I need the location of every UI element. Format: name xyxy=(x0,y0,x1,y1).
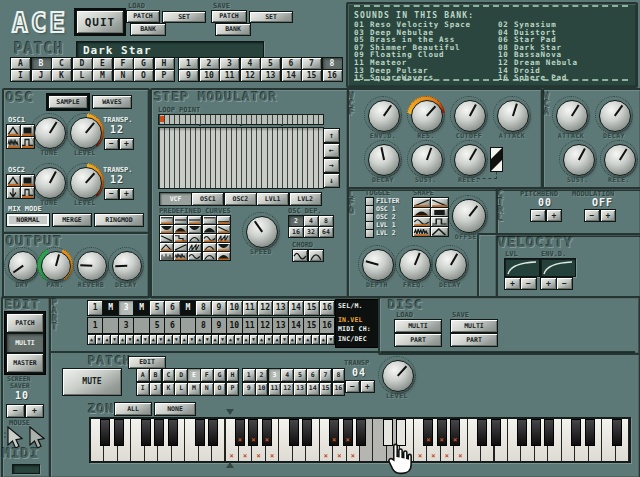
part-select-2-button[interactable]: M xyxy=(102,300,119,316)
black-key-24[interactable]: × xyxy=(423,419,433,446)
release-mode-down-button[interactable] xyxy=(490,159,503,172)
load-bank-button[interactable]: BANK xyxy=(130,23,166,36)
vcf-envd-knob[interactable] xyxy=(368,100,400,132)
bank-letter-A[interactable]: A xyxy=(10,57,31,70)
black-key-5[interactable] xyxy=(168,419,178,446)
part-select-14-button[interactable]: 14 xyxy=(288,300,305,316)
black-key-33[interactable] xyxy=(544,419,554,446)
curve-wave-button[interactable] xyxy=(187,251,202,261)
vca-rele-knob[interactable] xyxy=(604,144,636,176)
black-key-38[interactable] xyxy=(612,419,622,446)
step-grid[interactable] xyxy=(158,127,324,189)
vca-decay-knob[interactable] xyxy=(599,100,631,132)
zone-none-button[interactable]: NONE xyxy=(154,402,196,416)
step-arrow-up-button[interactable]: ↑ xyxy=(323,128,340,143)
part-number-8[interactable]: 8 xyxy=(332,368,346,382)
mix-merge-button[interactable]: MERGE xyxy=(52,213,92,227)
vca-sust-knob[interactable] xyxy=(563,144,595,176)
output-dry-knob[interactable] xyxy=(8,251,38,281)
curve-arch-button[interactable] xyxy=(202,251,217,261)
bank-letter-K[interactable]: K xyxy=(51,69,72,82)
osc2-transp-plus-button[interactable]: + xyxy=(119,188,134,200)
part-letter-A[interactable]: A xyxy=(136,368,150,382)
bank-letter-B[interactable]: B xyxy=(31,57,52,70)
lfo-shape-noise-button[interactable] xyxy=(412,226,431,237)
mix-ringmod-button[interactable]: RINGMOD xyxy=(94,213,144,227)
disc-load-part-button[interactable]: PART xyxy=(394,333,442,347)
osc2-transp-minus-button[interactable]: − xyxy=(104,188,119,200)
screensaver-plus-button[interactable]: + xyxy=(25,404,44,418)
black-key-29[interactable] xyxy=(491,419,501,446)
lfo-freq-knob[interactable] xyxy=(399,249,431,281)
part-select-8-button[interactable]: 8 xyxy=(195,300,212,316)
load-patch-button[interactable]: PATCH xyxy=(126,10,160,23)
black-key-26[interactable]: × xyxy=(450,419,460,446)
bank-letter-H[interactable]: H xyxy=(154,57,175,70)
disc-save-multi-button[interactable]: MULTI xyxy=(450,319,498,333)
black-key-25[interactable]: × xyxy=(437,419,447,446)
osc1-transp-minus-button[interactable]: − xyxy=(104,138,119,150)
part-number-1[interactable]: 1 xyxy=(242,368,256,382)
bank-letter-L[interactable]: L xyxy=(72,69,93,82)
part-number-13[interactable]: 13 xyxy=(293,382,307,396)
disc-save-part-button[interactable]: PART xyxy=(450,333,498,347)
bank-number-13[interactable]: 13 xyxy=(260,69,281,82)
bank-letter-P[interactable]: P xyxy=(154,69,175,82)
bank-letter-M[interactable]: M xyxy=(92,69,113,82)
step-tab-osc2[interactable]: OSC2 xyxy=(224,192,257,206)
bank-letter-C[interactable]: C xyxy=(51,57,72,70)
bank-number-11[interactable]: 11 xyxy=(219,69,240,82)
bank-number-5[interactable]: 5 xyxy=(260,57,281,70)
lfo-depth-knob[interactable] xyxy=(362,249,394,281)
osc-dep-32-button[interactable]: 32 xyxy=(303,226,319,238)
part-number-12[interactable]: 12 xyxy=(280,382,294,396)
part-select-9-button[interactable]: 9 xyxy=(211,300,228,316)
step-tab-osc1[interactable]: OSC1 xyxy=(191,192,224,206)
save-bank-button[interactable]: BANK xyxy=(215,23,251,36)
part-select-16-button[interactable]: 16 xyxy=(319,300,336,316)
black-key-18[interactable]: × xyxy=(343,419,353,446)
part-number-7[interactable]: 7 xyxy=(319,368,333,382)
part-number-10[interactable]: 10 xyxy=(255,382,269,396)
part-16-dec-button[interactable]: ▼ xyxy=(326,334,335,345)
osc2-wave-arrowd-icon[interactable] xyxy=(6,186,21,199)
black-key-11[interactable]: × xyxy=(248,419,258,446)
osc1-wave-pulse+o-icon[interactable] xyxy=(20,136,35,149)
output-delay-knob[interactable] xyxy=(112,251,142,281)
osc1-transp-plus-button[interactable]: + xyxy=(119,138,134,150)
osc1-wave-noise+o-icon[interactable] xyxy=(6,136,21,149)
curve-comb-button[interactable] xyxy=(159,251,174,261)
black-key-1[interactable] xyxy=(114,419,124,446)
bank-letter-E[interactable]: E xyxy=(92,57,113,70)
part-letter-H[interactable]: H xyxy=(226,368,240,382)
lfo-offset-knob[interactable] xyxy=(452,199,486,233)
part-level-knob[interactable] xyxy=(382,360,414,392)
transp-minus-button[interactable]: − xyxy=(345,380,360,393)
black-key-3[interactable] xyxy=(141,419,151,446)
part-letter-L[interactable]: L xyxy=(174,382,188,396)
output-pan-knob[interactable] xyxy=(41,251,71,281)
bank-number-3[interactable]: 3 xyxy=(219,57,240,70)
lfo-delay-knob[interactable] xyxy=(435,249,467,281)
black-key-36[interactable] xyxy=(585,419,595,446)
step-tab-lvl2[interactable]: LVL2 xyxy=(289,192,322,206)
velocity-envd-minus-button[interactable]: − xyxy=(556,277,573,290)
part-select-12-button[interactable]: 12 xyxy=(257,300,274,316)
part-number-4[interactable]: 4 xyxy=(280,368,294,382)
bank-letter-J[interactable]: J xyxy=(31,69,52,82)
part-number-9[interactable]: 9 xyxy=(242,382,256,396)
patch-name-field[interactable]: Dark Star xyxy=(76,41,264,58)
black-key-32[interactable] xyxy=(531,419,541,446)
step-arrow-right-button[interactable]: → xyxy=(323,158,340,173)
part-number-5[interactable]: 5 xyxy=(293,368,307,382)
osc1-level-knob[interactable] xyxy=(70,117,102,149)
modulation-plus-button[interactable]: + xyxy=(600,209,616,222)
part-letter-J[interactable]: J xyxy=(149,382,163,396)
step-arrow-left-button[interactable]: ← xyxy=(323,143,340,158)
mix-normal-button[interactable]: NORMAL xyxy=(6,213,50,227)
step-tab-vcf[interactable]: VCF xyxy=(159,192,192,206)
save-patch-button[interactable]: PATCH xyxy=(211,10,247,23)
vcf-rele-knob[interactable] xyxy=(454,144,486,176)
part-number-2[interactable]: 2 xyxy=(255,368,269,382)
black-key-0[interactable] xyxy=(100,419,110,446)
